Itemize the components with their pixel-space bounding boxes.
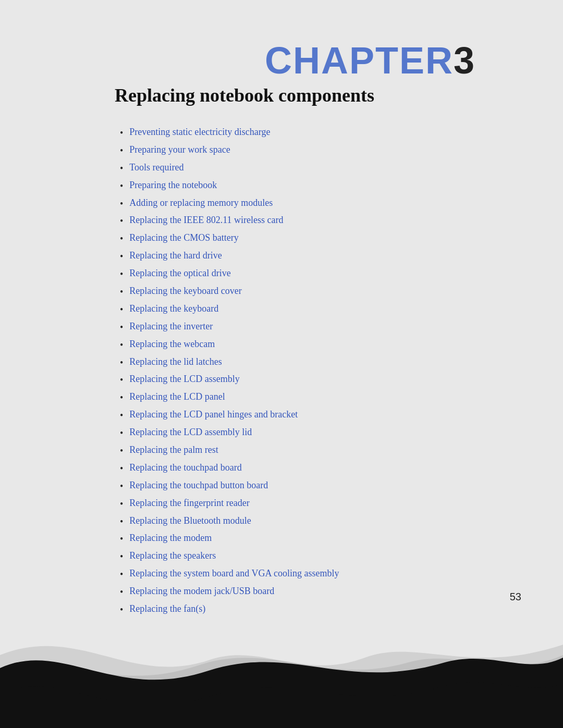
list-item: •Replacing the IEEE 802.11 wireless card	[120, 213, 474, 229]
page: CHAPTER3 Replacing notebook components •…	[0, 0, 563, 728]
bullet-icon: •	[120, 391, 123, 405]
bullet-icon: •	[120, 515, 123, 529]
list-item: •Preventing static electricity discharge	[120, 125, 474, 141]
toc-link[interactable]: Replacing the fan(s)	[129, 602, 205, 616]
toc-link[interactable]: Replacing the touchpad button board	[129, 478, 268, 493]
toc-link[interactable]: Replacing the inverter	[129, 319, 213, 334]
list-item: •Replacing the optical drive	[120, 266, 474, 282]
list-item: •Replacing the keyboard cover	[120, 284, 474, 300]
toc-link[interactable]: Replacing the lid latches	[129, 355, 222, 369]
toc-list: •Preventing static electricity discharge…	[109, 125, 474, 618]
toc-link[interactable]: Replacing the LCD assembly	[129, 372, 239, 387]
list-item: •Replacing the CMOS battery	[120, 231, 474, 246]
list-item: •Replacing the touchpad board	[120, 461, 474, 476]
list-item: •Replacing the modem jack/USB board	[120, 584, 474, 600]
bullet-icon: •	[120, 250, 123, 264]
bullet-icon: •	[120, 232, 123, 246]
bullet-icon: •	[120, 585, 123, 600]
bullet-icon: •	[120, 444, 123, 459]
list-item: •Replacing the touchpad button board	[120, 478, 474, 494]
list-item: •Replacing the inverter	[120, 319, 474, 335]
bullet-icon: •	[120, 162, 123, 176]
toc-link[interactable]: Preventing static electricity discharge	[129, 125, 270, 140]
list-item: •Replacing the hard drive	[120, 249, 474, 264]
chapter-number: 3	[454, 40, 474, 81]
chapter-heading: CHAPTER3	[109, 42, 474, 79]
list-item: •Replacing the webcam	[120, 337, 474, 353]
bullet-icon: •	[120, 373, 123, 388]
toc-link[interactable]: Replacing the LCD panel hinges and brack…	[129, 408, 298, 422]
list-item: •Replacing the system board and VGA cool…	[120, 566, 474, 582]
bullet-icon: •	[120, 532, 123, 547]
toc-link[interactable]: Replacing the IEEE 802.11 wireless card	[129, 213, 283, 228]
content-area: CHAPTER3 Replacing notebook components •…	[57, 0, 506, 640]
list-item: •Tools required	[120, 161, 474, 176]
bullet-icon: •	[120, 214, 123, 229]
toc-link[interactable]: Replacing the keyboard	[129, 302, 218, 316]
chapter-word: CHAPTER	[265, 40, 454, 81]
bullet-icon: •	[120, 567, 123, 582]
list-item: •Replacing the keyboard	[120, 302, 474, 317]
list-item: •Replacing the speakers	[120, 549, 474, 564]
list-item: •Replacing the Bluetooth module	[120, 514, 474, 529]
list-item: •Replacing the LCD panel	[120, 390, 474, 405]
toc-link[interactable]: Replacing the Bluetooth module	[129, 514, 251, 528]
list-item: •Replacing the fingerprint reader	[120, 496, 474, 512]
bullet-icon: •	[120, 144, 123, 158]
list-item: •Preparing the notebook	[120, 178, 474, 194]
toc-link[interactable]: Replacing the hard drive	[129, 249, 222, 263]
bullet-icon: •	[120, 409, 123, 423]
page-number: 53	[510, 591, 521, 603]
toc-link[interactable]: Replacing the speakers	[129, 549, 216, 563]
list-item: •Replacing the LCD panel hinges and brac…	[120, 408, 474, 423]
list-item: •Replacing the modem	[120, 531, 474, 547]
bullet-icon: •	[120, 285, 123, 300]
list-item: •Replacing the palm rest	[120, 443, 474, 459]
chapter-title: Replacing notebook components	[109, 84, 474, 106]
bullet-icon: •	[120, 462, 123, 476]
bullet-icon: •	[120, 426, 123, 441]
toc-link[interactable]: Tools required	[129, 161, 183, 175]
bullet-icon: •	[120, 179, 123, 194]
list-item: •Adding or replacing memory modules	[120, 196, 474, 212]
toc-link[interactable]: Adding or replacing memory modules	[129, 196, 273, 211]
toc-link[interactable]: Replacing the CMOS battery	[129, 231, 238, 245]
toc-link[interactable]: Replacing the modem	[129, 531, 212, 546]
bullet-icon: •	[120, 267, 123, 282]
list-item: •Replacing the LCD assembly	[120, 372, 474, 388]
bullet-icon: •	[120, 126, 123, 141]
toc-link[interactable]: Replacing the keyboard cover	[129, 284, 241, 299]
toc-link[interactable]: Replacing the webcam	[129, 337, 215, 352]
toc-link[interactable]: Replacing the touchpad board	[129, 461, 241, 475]
bullet-icon: •	[120, 320, 123, 335]
list-item: •Replacing the LCD assembly lid	[120, 425, 474, 441]
toc-link[interactable]: Replacing the LCD panel	[129, 390, 225, 404]
bullet-icon: •	[120, 338, 123, 353]
bullet-icon: •	[120, 603, 123, 618]
bullet-icon: •	[120, 550, 123, 564]
toc-link[interactable]: Replacing the LCD assembly lid	[129, 425, 252, 440]
bullet-icon: •	[120, 479, 123, 494]
toc-link[interactable]: Replacing the modem jack/USB board	[129, 584, 274, 599]
bullet-icon: •	[120, 497, 123, 512]
bullet-icon: •	[120, 356, 123, 371]
bullet-icon: •	[120, 303, 123, 317]
list-item: •Preparing your work space	[120, 143, 474, 158]
list-item: •Replacing the lid latches	[120, 355, 474, 371]
list-item: •Replacing the fan(s)	[120, 602, 474, 618]
bullet-icon: •	[120, 197, 123, 212]
toc-link[interactable]: Replacing the palm rest	[129, 443, 218, 458]
toc-link[interactable]: Replacing the system board and VGA cooli…	[129, 566, 339, 581]
toc-link[interactable]: Replacing the fingerprint reader	[129, 496, 249, 511]
toc-link[interactable]: Preparing your work space	[129, 143, 230, 157]
toc-link[interactable]: Preparing the notebook	[129, 178, 217, 193]
toc-link[interactable]: Replacing the optical drive	[129, 266, 230, 281]
